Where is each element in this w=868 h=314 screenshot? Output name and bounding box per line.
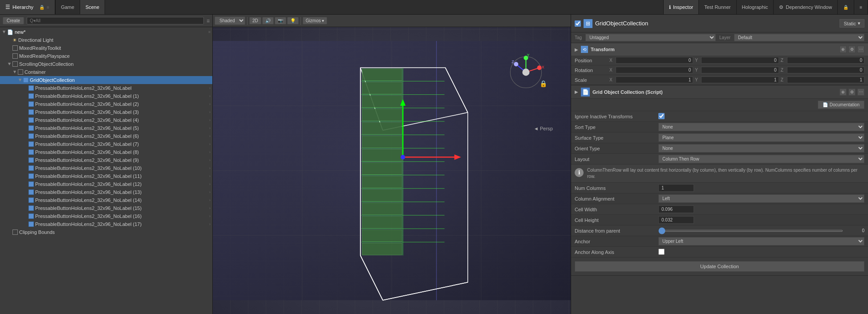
hierarchy-item-btn6[interactable]: PressableButtonHoloLens2_32x96_NoLabel (… (0, 132, 212, 140)
ignore-inactive-checkbox[interactable] (658, 113, 665, 119)
orient-type-select[interactable]: None (658, 144, 864, 153)
scale-z-input[interactable] (787, 76, 864, 83)
cube-icon-btn3 (28, 109, 34, 115)
layer-select[interactable]: Default (734, 34, 864, 41)
script-copy-btn[interactable]: ⊕ (840, 89, 847, 96)
chevron-btn16: › (209, 214, 211, 218)
hierarchy-item-btn9[interactable]: PressableButtonHoloLens2_32x96_NoLabel (… (0, 156, 212, 164)
hierarchy-item-btn15[interactable]: PressableButtonHoloLens2_32x96_NoLabel (… (0, 204, 212, 212)
anchor-along-axis-checkbox[interactable] (658, 249, 665, 255)
column-alignment-label: Column Alignment (575, 196, 655, 201)
doc-label: Documentation (830, 102, 860, 107)
script-more-btn[interactable]: ⋯ (857, 89, 864, 96)
label-btn9: PressableButtonHoloLens2_32x96_NoLabel (… (35, 157, 139, 163)
svg-rect-36 (362, 162, 402, 174)
transform-settings-icon[interactable]: ⚙ (848, 46, 856, 53)
rotation-x-input[interactable] (616, 67, 693, 73)
hierarchy-item-btn3[interactable]: PressableButtonHoloLens2_32x96_NoLabel (… (0, 108, 212, 116)
hierarchy-item-btn2[interactable]: PressableButtonHoloLens2_32x96_NoLabel (… (0, 100, 212, 108)
transform-header[interactable]: ▶ ⟲ Transform ⊕ ⚙ ⋯ (571, 43, 868, 56)
cell-height-input[interactable] (658, 216, 694, 224)
hierarchy-item-mrp[interactable]: MixedRealityPlayspace (0, 52, 212, 60)
scene-view-toolbar: Shaded 2D 🔊 📷 💡 Gizmos ▾ (213, 15, 571, 27)
scene-light-button[interactable]: 💡 (287, 17, 299, 24)
hierarchy-item-btn4[interactable]: PressableButtonHoloLens2_32x96_NoLabel (… (0, 116, 212, 124)
scene-tab-label: Scene (85, 4, 99, 10)
hierarchy-item-soc[interactable]: ▶ ScrollingObjectCollection (0, 60, 212, 68)
scene-camera-button[interactable]: 📷 (275, 17, 286, 24)
tab-game[interactable]: Game (55, 0, 80, 14)
hierarchy-item-light[interactable]: ☀ Directional Light (0, 36, 212, 44)
create-button[interactable]: Create (3, 17, 24, 24)
cell-height-label: Cell Height (575, 217, 655, 223)
hierarchy-item-mrt[interactable]: MixedRealityToolkit (0, 44, 212, 52)
hierarchy-item-btn14[interactable]: PressableButtonHoloLens2_32x96_NoLabel (… (0, 196, 212, 204)
layout-select[interactable]: Column Then Row (658, 155, 864, 163)
dependency-icon: ⚙ (779, 4, 783, 10)
update-collection-button[interactable]: Update Collection (575, 261, 864, 272)
num-columns-input[interactable] (658, 184, 694, 192)
surface-type-select[interactable]: Plane (658, 133, 864, 142)
hierarchy-item-btn1[interactable]: PressableButtonHoloLens2_32x96_NoLabel (… (0, 92, 212, 100)
object-active-checkbox[interactable] (575, 20, 581, 27)
hierarchy-item-goc[interactable]: ▶ GridObjectCollection (0, 76, 212, 84)
script-settings-btn[interactable]: ⚙ (848, 89, 856, 96)
transform-copy-icon[interactable]: ⊕ (840, 46, 847, 53)
position-y-input[interactable] (701, 57, 779, 64)
hierarchy-item-btn8[interactable]: PressableButtonHoloLens2_32x96_NoLabel (… (0, 148, 212, 156)
rotation-x-field: X (609, 67, 693, 73)
hierarchy-item-new[interactable]: ▶ 📄 new* ≡ (0, 28, 212, 36)
rotation-z-input[interactable] (787, 67, 864, 73)
rotation-y-input[interactable] (701, 67, 779, 73)
position-x-input[interactable] (616, 57, 693, 64)
chevron-btn4: › (209, 118, 211, 122)
scale-y-input[interactable] (701, 76, 779, 83)
distance-slider[interactable] (658, 230, 843, 232)
hierarchy-item-btn11[interactable]: PressableButtonHoloLens2_32x96_NoLabel (… (0, 172, 212, 180)
cell-width-input[interactable] (658, 205, 694, 213)
scene-audio-button[interactable]: 🔊 (262, 17, 274, 24)
options-icon[interactable]: ≡ (207, 18, 210, 24)
tab-hierarchy[interactable]: ☰ Hierarchy 🔒 ≡ (0, 0, 55, 14)
shading-select[interactable]: Shaded (215, 16, 245, 25)
hierarchy-item-btn5[interactable]: PressableButtonHoloLens2_32x96_NoLabel (… (0, 124, 212, 132)
static-badge[interactable]: Static ▾ (840, 19, 864, 28)
cube-icon-btn16 (28, 213, 34, 219)
tag-select[interactable]: Untagged (585, 34, 716, 41)
script-header[interactable]: ▶ 📄 Grid Object Collection (Script) ⊕ ⚙ … (571, 85, 868, 99)
hierarchy-item-btn7[interactable]: PressableButtonHoloLens2_32x96_NoLabel (… (0, 140, 212, 148)
column-alignment-select[interactable]: Left (658, 194, 864, 203)
hierarchy-item-btn12[interactable]: PressableButtonHoloLens2_32x96_NoLabel (… (0, 180, 212, 188)
sort-type-select[interactable]: None (658, 123, 864, 131)
twod-button[interactable]: 2D (249, 17, 261, 24)
hierarchy-item-btn17[interactable]: PressableButtonHoloLens2_32x96_NoLabel (… (0, 220, 212, 228)
tab-holographic[interactable]: Holographic (737, 0, 774, 14)
hierarchy-search[interactable] (27, 17, 204, 24)
menu-btn-right[interactable]: ≡ (854, 0, 868, 14)
tab-scene[interactable]: Scene (80, 0, 105, 14)
hierarchy-item-btn0[interactable]: PressableButtonHoloLens2_32x96_NoLabel › (0, 84, 212, 92)
arrow-btn0 (23, 85, 28, 91)
arrow-btn3 (23, 109, 28, 115)
tab-dependency[interactable]: ⚙ Dependency Window (774, 0, 838, 14)
documentation-button[interactable]: 📄 Documentation (818, 101, 864, 109)
hierarchy-item-clipping[interactable]: Clipping Bounds (0, 228, 212, 236)
tab-test-runner[interactable]: Test Runner (699, 0, 736, 14)
tab-hierarchy-label: Hierarchy (12, 4, 33, 10)
tab-inspector[interactable]: ℹ Inspector (664, 0, 699, 14)
scale-x-input[interactable] (616, 76, 693, 83)
anchor-select[interactable]: Upper Left (658, 237, 864, 246)
scene-view[interactable]: X Y Z 🔒 ◄ Persp (213, 27, 571, 314)
transform-more-icon[interactable]: ⋯ (857, 46, 864, 53)
gizmos-button[interactable]: Gizmos ▾ (303, 17, 328, 24)
hierarchy-item-btn13[interactable]: PressableButtonHoloLens2_32x96_NoLabel (… (0, 188, 212, 196)
hierarchy-item-btn16[interactable]: PressableButtonHoloLens2_32x96_NoLabel (… (0, 212, 212, 220)
column-alignment-value: Left (658, 194, 864, 203)
label-btn5: PressableButtonHoloLens2_32x96_NoLabel (… (35, 125, 139, 131)
scale-xyz: X Y Z (609, 76, 864, 83)
lock-btn[interactable]: 🔒 (838, 0, 854, 14)
position-z-input[interactable] (787, 57, 864, 64)
options-new: ≡ (208, 30, 211, 34)
hierarchy-item-btn10[interactable]: PressableButtonHoloLens2_32x96_NoLabel (… (0, 164, 212, 172)
hierarchy-item-container[interactable]: ▶ Container (0, 68, 212, 76)
